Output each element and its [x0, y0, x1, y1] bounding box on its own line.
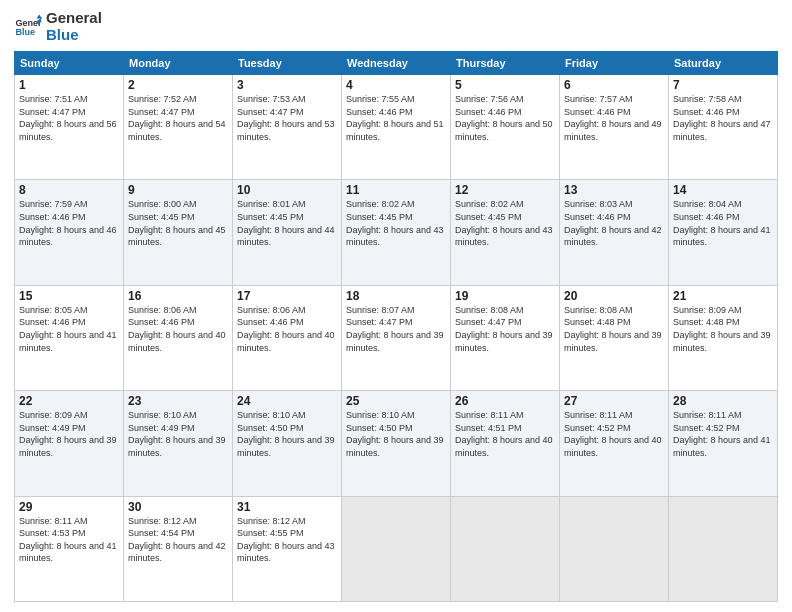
sunset-label: Sunset: 4:50 PM [346, 423, 413, 433]
calendar-week-5: 29 Sunrise: 8:11 AM Sunset: 4:53 PM Dayl… [15, 496, 778, 601]
day-info: Sunrise: 8:04 AM Sunset: 4:46 PM Dayligh… [673, 198, 773, 248]
daylight-label: Daylight: 8 hours and 40 minutes. [455, 435, 553, 458]
sunset-label: Sunset: 4:52 PM [564, 423, 631, 433]
calendar-cell: 21 Sunrise: 8:09 AM Sunset: 4:48 PM Dayl… [669, 285, 778, 390]
sunset-label: Sunset: 4:45 PM [128, 212, 195, 222]
day-number: 23 [128, 394, 228, 408]
calendar-cell: 28 Sunrise: 8:11 AM Sunset: 4:52 PM Dayl… [669, 391, 778, 496]
day-header-friday: Friday [560, 52, 669, 75]
daylight-label: Daylight: 8 hours and 43 minutes. [455, 225, 553, 248]
day-number: 3 [237, 78, 337, 92]
sunrise-label: Sunrise: 7:57 AM [564, 94, 633, 104]
sunrise-label: Sunrise: 8:10 AM [128, 410, 197, 420]
calendar-cell: 17 Sunrise: 8:06 AM Sunset: 4:46 PM Dayl… [233, 285, 342, 390]
day-info: Sunrise: 7:55 AM Sunset: 4:46 PM Dayligh… [346, 93, 446, 143]
daylight-label: Daylight: 8 hours and 41 minutes. [673, 225, 771, 248]
day-number: 12 [455, 183, 555, 197]
daylight-label: Daylight: 8 hours and 39 minutes. [564, 330, 662, 353]
sunrise-label: Sunrise: 7:51 AM [19, 94, 88, 104]
calendar-cell: 8 Sunrise: 7:59 AM Sunset: 4:46 PM Dayli… [15, 180, 124, 285]
sunrise-label: Sunrise: 8:05 AM [19, 305, 88, 315]
day-number: 2 [128, 78, 228, 92]
sunset-label: Sunset: 4:47 PM [19, 107, 86, 117]
day-number: 20 [564, 289, 664, 303]
sunset-label: Sunset: 4:49 PM [128, 423, 195, 433]
page: General Blue General Blue SundayMondayTu… [0, 0, 792, 612]
daylight-label: Daylight: 8 hours and 39 minutes. [237, 435, 335, 458]
day-info: Sunrise: 8:00 AM Sunset: 4:45 PM Dayligh… [128, 198, 228, 248]
day-info: Sunrise: 8:03 AM Sunset: 4:46 PM Dayligh… [564, 198, 664, 248]
day-info: Sunrise: 8:01 AM Sunset: 4:45 PM Dayligh… [237, 198, 337, 248]
calendar-cell: 23 Sunrise: 8:10 AM Sunset: 4:49 PM Dayl… [124, 391, 233, 496]
calendar-cell: 24 Sunrise: 8:10 AM Sunset: 4:50 PM Dayl… [233, 391, 342, 496]
calendar-cell: 7 Sunrise: 7:58 AM Sunset: 4:46 PM Dayli… [669, 75, 778, 180]
day-number: 10 [237, 183, 337, 197]
logo-icon: General Blue [14, 13, 42, 41]
sunrise-label: Sunrise: 8:03 AM [564, 199, 633, 209]
calendar-cell: 14 Sunrise: 8:04 AM Sunset: 4:46 PM Dayl… [669, 180, 778, 285]
day-info: Sunrise: 8:06 AM Sunset: 4:46 PM Dayligh… [128, 304, 228, 354]
day-number: 22 [19, 394, 119, 408]
calendar-cell: 30 Sunrise: 8:12 AM Sunset: 4:54 PM Dayl… [124, 496, 233, 601]
day-info: Sunrise: 8:10 AM Sunset: 4:49 PM Dayligh… [128, 409, 228, 459]
day-info: Sunrise: 7:51 AM Sunset: 4:47 PM Dayligh… [19, 93, 119, 143]
sunrise-label: Sunrise: 7:55 AM [346, 94, 415, 104]
calendar-week-2: 8 Sunrise: 7:59 AM Sunset: 4:46 PM Dayli… [15, 180, 778, 285]
calendar-cell [560, 496, 669, 601]
sunset-label: Sunset: 4:47 PM [237, 107, 304, 117]
day-number: 8 [19, 183, 119, 197]
sunrise-label: Sunrise: 7:53 AM [237, 94, 306, 104]
calendar-cell: 9 Sunrise: 8:00 AM Sunset: 4:45 PM Dayli… [124, 180, 233, 285]
sunrise-label: Sunrise: 7:59 AM [19, 199, 88, 209]
calendar-cell: 2 Sunrise: 7:52 AM Sunset: 4:47 PM Dayli… [124, 75, 233, 180]
day-number: 16 [128, 289, 228, 303]
day-header-thursday: Thursday [451, 52, 560, 75]
day-info: Sunrise: 8:09 AM Sunset: 4:49 PM Dayligh… [19, 409, 119, 459]
sunset-label: Sunset: 4:46 PM [673, 212, 740, 222]
day-number: 21 [673, 289, 773, 303]
calendar-week-1: 1 Sunrise: 7:51 AM Sunset: 4:47 PM Dayli… [15, 75, 778, 180]
sunrise-label: Sunrise: 8:01 AM [237, 199, 306, 209]
sunrise-label: Sunrise: 8:08 AM [455, 305, 524, 315]
day-number: 7 [673, 78, 773, 92]
day-number: 9 [128, 183, 228, 197]
calendar-cell: 20 Sunrise: 8:08 AM Sunset: 4:48 PM Dayl… [560, 285, 669, 390]
calendar-week-3: 15 Sunrise: 8:05 AM Sunset: 4:46 PM Dayl… [15, 285, 778, 390]
sunrise-label: Sunrise: 7:56 AM [455, 94, 524, 104]
day-info: Sunrise: 8:11 AM Sunset: 4:51 PM Dayligh… [455, 409, 555, 459]
sunrise-label: Sunrise: 8:12 AM [128, 516, 197, 526]
calendar-cell: 5 Sunrise: 7:56 AM Sunset: 4:46 PM Dayli… [451, 75, 560, 180]
calendar-cell: 22 Sunrise: 8:09 AM Sunset: 4:49 PM Dayl… [15, 391, 124, 496]
sunrise-label: Sunrise: 8:02 AM [455, 199, 524, 209]
sunset-label: Sunset: 4:46 PM [673, 107, 740, 117]
day-info: Sunrise: 8:11 AM Sunset: 4:52 PM Dayligh… [564, 409, 664, 459]
day-info: Sunrise: 7:52 AM Sunset: 4:47 PM Dayligh… [128, 93, 228, 143]
calendar-cell: 13 Sunrise: 8:03 AM Sunset: 4:46 PM Dayl… [560, 180, 669, 285]
day-info: Sunrise: 8:12 AM Sunset: 4:54 PM Dayligh… [128, 515, 228, 565]
daylight-label: Daylight: 8 hours and 45 minutes. [128, 225, 226, 248]
daylight-label: Daylight: 8 hours and 41 minutes. [19, 541, 117, 564]
calendar-table: SundayMondayTuesdayWednesdayThursdayFrid… [14, 51, 778, 602]
calendar-cell: 16 Sunrise: 8:06 AM Sunset: 4:46 PM Dayl… [124, 285, 233, 390]
calendar-cell: 29 Sunrise: 8:11 AM Sunset: 4:53 PM Dayl… [15, 496, 124, 601]
day-number: 29 [19, 500, 119, 514]
svg-text:Blue: Blue [15, 27, 35, 37]
sunset-label: Sunset: 4:46 PM [564, 212, 631, 222]
calendar-cell [669, 496, 778, 601]
daylight-label: Daylight: 8 hours and 54 minutes. [128, 119, 226, 142]
sunrise-label: Sunrise: 8:11 AM [673, 410, 742, 420]
day-info: Sunrise: 8:10 AM Sunset: 4:50 PM Dayligh… [346, 409, 446, 459]
day-info: Sunrise: 8:07 AM Sunset: 4:47 PM Dayligh… [346, 304, 446, 354]
day-number: 14 [673, 183, 773, 197]
day-info: Sunrise: 8:08 AM Sunset: 4:48 PM Dayligh… [564, 304, 664, 354]
calendar-cell: 26 Sunrise: 8:11 AM Sunset: 4:51 PM Dayl… [451, 391, 560, 496]
sunrise-label: Sunrise: 8:06 AM [237, 305, 306, 315]
daylight-label: Daylight: 8 hours and 41 minutes. [673, 435, 771, 458]
sunrise-label: Sunrise: 7:58 AM [673, 94, 742, 104]
day-number: 24 [237, 394, 337, 408]
logo-blue: Blue [46, 27, 102, 44]
day-header-saturday: Saturday [669, 52, 778, 75]
daylight-label: Daylight: 8 hours and 40 minutes. [564, 435, 662, 458]
daylight-label: Daylight: 8 hours and 42 minutes. [128, 541, 226, 564]
sunrise-label: Sunrise: 8:11 AM [19, 516, 88, 526]
